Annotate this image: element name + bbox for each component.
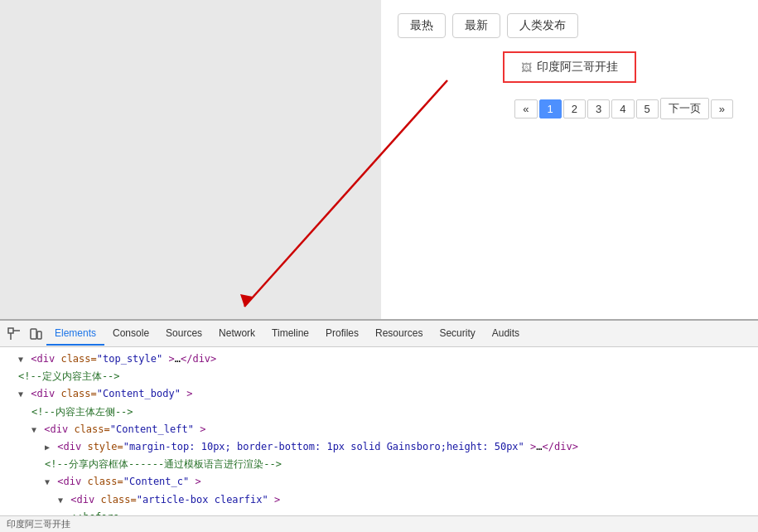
devtools-content: <div class="top_style" >…</div> <!--定义内容… — [0, 347, 758, 515]
tab-elements[interactable]: Elements — [46, 322, 104, 346]
tab-console[interactable]: Console — [104, 322, 157, 346]
pagination: « 1 2 3 4 5 下一页 » — [381, 88, 758, 129]
tab-resources[interactable]: Resources — [367, 322, 431, 346]
tree-line[interactable]: <div class="Content_left" > — [0, 421, 758, 438]
triangle-icon — [18, 355, 23, 364]
page-1-btn[interactable]: 1 — [539, 99, 562, 118]
tree-line[interactable]: <!--内容主体左侧--> — [0, 404, 758, 421]
triangle-icon — [45, 443, 50, 452]
tree-line[interactable]: <!--定义内容主体--> — [0, 368, 758, 385]
tab-audits[interactable]: Audits — [484, 322, 528, 346]
hot-button[interactable]: 最热 — [398, 13, 446, 38]
device-mode-icon[interactable] — [25, 323, 46, 345]
image-placeholder-box: 🖼 印度阿三哥开挂 — [503, 51, 636, 83]
page-next-arrow-btn[interactable]: » — [711, 99, 733, 118]
devtools-statusbar: 印度阿三哥开挂 — [0, 515, 758, 532]
tree-line[interactable]: <div class="Content_c" > — [0, 473, 758, 491]
devtools-toolbar: Elements Console Sources Network Timelin… — [0, 321, 758, 347]
tab-security[interactable]: Security — [431, 322, 483, 346]
tree-line[interactable]: <!--分享内容框体------通过模板语言进行渲染--> — [0, 456, 758, 473]
svg-rect-6 — [37, 331, 41, 339]
button-group: 最热 最新 人类发布 — [381, 0, 758, 46]
tree-line[interactable]: ::before — [0, 509, 758, 515]
tree-line[interactable]: <div class="Content_body" > — [0, 385, 758, 403]
page-2-btn[interactable]: 2 — [563, 99, 586, 118]
left-gray-area — [0, 0, 381, 319]
broken-image-icon: 🖼 — [521, 61, 532, 74]
image-placeholder-text: 印度阿三哥开挂 — [537, 60, 618, 75]
svg-rect-2 — [8, 328, 13, 333]
tab-timeline[interactable]: Timeline — [263, 322, 317, 346]
page-5-btn[interactable]: 5 — [636, 99, 659, 118]
svg-rect-5 — [31, 329, 36, 339]
new-button[interactable]: 最新 — [452, 13, 500, 38]
page-3-btn[interactable]: 3 — [587, 99, 610, 118]
status-text: 印度阿三哥开挂 — [7, 518, 70, 530]
inspect-element-icon[interactable] — [3, 323, 25, 345]
page-next-text-btn[interactable]: 下一页 — [660, 98, 709, 119]
devtools-panel: Elements Console Sources Network Timelin… — [0, 319, 758, 532]
page-prev-btn[interactable]: « — [514, 99, 537, 118]
page-content: 最热 最新 人类发布 🖼 印度阿三哥开挂 « 1 2 3 4 5 下一页 » — [381, 0, 758, 319]
triangle-icon — [58, 496, 63, 505]
triangle-icon — [31, 425, 36, 434]
tab-sources[interactable]: Sources — [157, 322, 210, 346]
triangle-icon — [18, 389, 23, 399]
tree-line[interactable]: <div style="margin-top: 10px; border-bot… — [0, 438, 758, 456]
human-button[interactable]: 人类发布 — [507, 13, 578, 38]
image-placeholder-wrapper: 🖼 印度阿三哥开挂 — [381, 46, 758, 88]
triangle-icon — [45, 477, 50, 486]
tab-profiles[interactable]: Profiles — [317, 322, 367, 346]
tree-line[interactable]: <div class="top_style" >…</div> — [0, 351, 758, 368]
tab-network[interactable]: Network — [210, 322, 263, 346]
page-4-btn[interactable]: 4 — [611, 99, 634, 118]
tree-line[interactable]: <div class="article-box clearfix" > — [0, 491, 758, 509]
